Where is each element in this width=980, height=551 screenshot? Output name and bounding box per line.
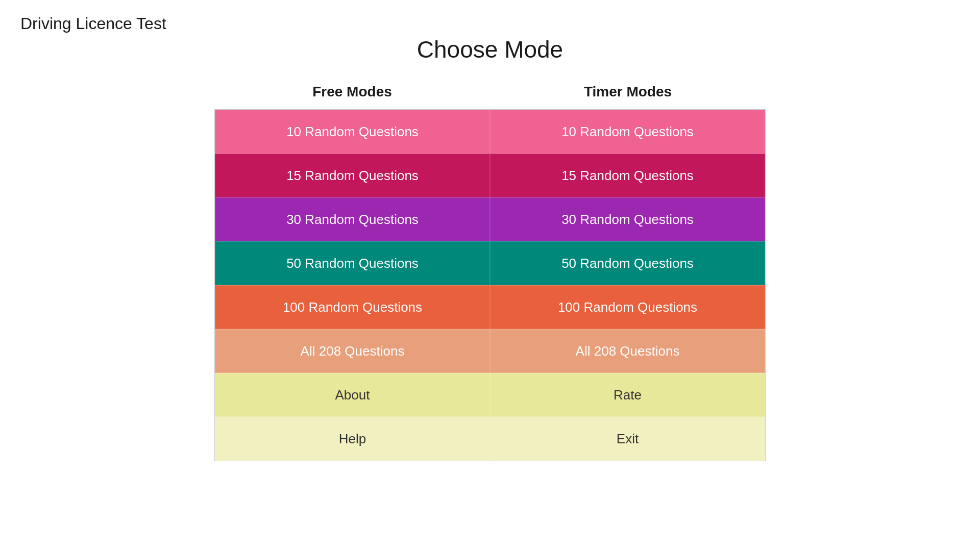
free-mode-row2[interactable]: 15 Random Questions xyxy=(215,154,490,197)
free-mode-row3[interactable]: 30 Random Questions xyxy=(215,197,490,241)
timer-mode-row5[interactable]: 100 Random Questions xyxy=(490,285,765,329)
timer-mode-row7[interactable]: Rate xyxy=(490,373,765,417)
free-mode-row1[interactable]: 10 Random Questions xyxy=(215,110,490,154)
timer-mode-row6[interactable]: All 208 Questions xyxy=(490,329,765,373)
timer-modes-label: Timer Modes xyxy=(584,84,672,99)
free-modes-label: Free Modes xyxy=(312,84,392,99)
timer-mode-row2[interactable]: 15 Random Questions xyxy=(490,154,765,197)
page-title: Choose Mode xyxy=(417,36,563,63)
timer-mode-row3[interactable]: 30 Random Questions xyxy=(490,197,765,241)
free-mode-row6[interactable]: All 208 Questions xyxy=(215,329,490,373)
free-mode-row5[interactable]: 100 Random Questions xyxy=(215,285,490,329)
timer-mode-row1[interactable]: 10 Random Questions xyxy=(490,110,765,154)
timer-mode-row8[interactable]: Exit xyxy=(490,417,765,461)
free-mode-row7[interactable]: About xyxy=(215,373,490,417)
app-title: Driving Licence Test xyxy=(20,14,166,33)
timer-mode-row4[interactable]: 50 Random Questions xyxy=(490,241,765,285)
free-mode-row4[interactable]: 50 Random Questions xyxy=(215,241,490,285)
mode-grid: 10 Random Questions10 Random Questions15… xyxy=(214,109,766,461)
free-mode-row8[interactable]: Help xyxy=(215,417,490,461)
main-content: Choose Mode Free Modes Timer Modes 10 Ra… xyxy=(0,0,980,461)
